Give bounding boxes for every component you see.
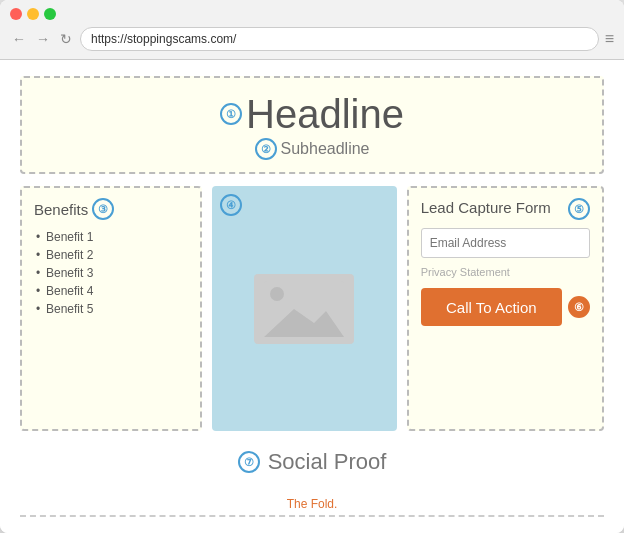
subheadline: Subheadline xyxy=(281,140,370,158)
benefits-col: Benefits ③ Benefit 1 Benefit 2 Benefit 3… xyxy=(20,186,202,431)
social-proof-text: Social Proof xyxy=(268,449,387,475)
social-proof-section: ⑦ Social Proof xyxy=(20,443,604,481)
image-col: ④ xyxy=(212,186,397,431)
image-icon xyxy=(264,281,344,337)
benefit-2: Benefit 2 xyxy=(34,246,188,264)
menu-icon[interactable]: ≡ xyxy=(605,30,614,48)
close-dot[interactable] xyxy=(10,8,22,20)
refresh-button[interactable]: ↻ xyxy=(58,31,74,47)
fold-label: The Fold. xyxy=(20,497,604,511)
image-placeholder xyxy=(254,274,354,344)
traffic-lights xyxy=(10,8,614,20)
badge-5: ⑤ xyxy=(568,198,590,220)
maximize-dot[interactable] xyxy=(44,8,56,20)
badge-2: ② xyxy=(255,138,277,160)
benefit-1: Benefit 1 xyxy=(34,228,188,246)
lead-capture-col: Lead Capture Form ⑤ Privacy Statement Ca… xyxy=(407,186,604,431)
lead-capture-title: Lead Capture Form xyxy=(421,198,551,218)
headline-row: ① Headline xyxy=(32,94,592,134)
benefit-4: Benefit 4 xyxy=(34,282,188,300)
svg-rect-1 xyxy=(270,287,284,301)
cta-button[interactable]: Call To Action xyxy=(421,288,562,326)
forward-button[interactable]: → xyxy=(34,31,52,47)
badge-4: ④ xyxy=(220,194,242,216)
benefit-3: Benefit 3 xyxy=(34,264,188,282)
browser-bar: ← → ↻ ≡ xyxy=(10,27,614,51)
cta-row: Call To Action ⑥ xyxy=(421,288,590,326)
benefits-title-row: Benefits ③ xyxy=(34,198,188,220)
back-button[interactable]: ← xyxy=(10,31,28,47)
fold-line xyxy=(20,515,604,517)
hero-section: ① Headline ② Subheadline xyxy=(20,76,604,174)
badge-6: ⑥ xyxy=(568,296,590,318)
lead-title-row: Lead Capture Form ⑤ xyxy=(421,198,590,220)
benefits-title: Benefits xyxy=(34,201,88,218)
subheadline-row: ② Subheadline xyxy=(32,138,592,160)
badge-3: ③ xyxy=(92,198,114,220)
address-bar[interactable] xyxy=(80,27,599,51)
email-input[interactable] xyxy=(421,228,590,258)
minimize-dot[interactable] xyxy=(27,8,39,20)
page-content: ① Headline ② Subheadline Benefits ③ Bene… xyxy=(0,60,624,533)
privacy-statement: Privacy Statement xyxy=(421,266,590,278)
fold-section: The Fold. xyxy=(20,493,604,517)
badge-7: ⑦ xyxy=(238,451,260,473)
benefits-list: Benefit 1 Benefit 2 Benefit 3 Benefit 4 … xyxy=(34,228,188,318)
headline: Headline xyxy=(246,94,404,134)
benefit-5: Benefit 5 xyxy=(34,300,188,318)
browser-window: ← → ↻ ≡ ① Headline ② Subheadline Benefi xyxy=(0,0,624,533)
three-col-section: Benefits ③ Benefit 1 Benefit 2 Benefit 3… xyxy=(20,186,604,431)
badge-1: ① xyxy=(220,103,242,125)
browser-chrome: ← → ↻ ≡ xyxy=(0,0,624,60)
